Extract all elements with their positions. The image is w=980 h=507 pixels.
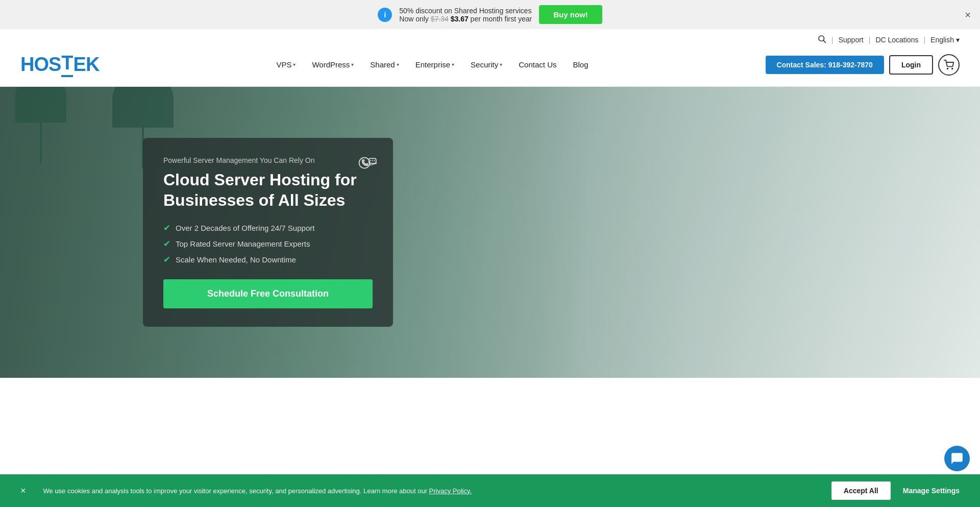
info-icon: i [378, 8, 392, 22]
svg-line-1 [823, 40, 825, 42]
nav-item-contact-us[interactable]: Contact Us [511, 56, 564, 73]
nav-item-enterprise[interactable]: Enterprise ▾ [408, 56, 461, 73]
dc-locations-link[interactable]: DC Locations [875, 36, 918, 44]
svg-point-8 [374, 160, 375, 161]
language-selector[interactable]: English ▾ [930, 36, 960, 44]
buy-now-button[interactable]: Buy now! [539, 5, 602, 24]
language-caret-icon: ▾ [956, 36, 960, 44]
shared-caret-icon: ▾ [397, 62, 399, 67]
check-icon-1: ✔ [163, 223, 170, 233]
navbar: HOSTEK VPS ▾ WordPress ▾ Shared ▾ Enterp… [0, 47, 980, 87]
nav-links: VPS ▾ WordPress ▾ Shared ▾ Enterprise ▾ … [269, 56, 595, 73]
nav-blog-label: Blog [573, 60, 588, 69]
logo-part-2: EK [74, 54, 100, 76]
svg-point-7 [372, 160, 373, 161]
nav-wordpress-label: WordPress [312, 60, 350, 69]
enterprise-caret-icon: ▾ [452, 62, 454, 67]
hero-card: Powerful Server Management You Can Rely … [143, 138, 393, 327]
nav-item-blog[interactable]: Blog [566, 56, 595, 73]
svg-point-3 [952, 68, 953, 69]
vps-caret-icon: ▾ [293, 62, 296, 67]
banner-text: 50% discount on Shared Hosting services … [399, 7, 532, 23]
security-caret-icon: ▾ [500, 62, 502, 67]
nav-shared-label: Shared [370, 60, 395, 69]
nav-item-vps[interactable]: VPS ▾ [269, 56, 303, 73]
feature-3-text: Scale When Needed, No Downtime [176, 255, 296, 264]
nav-contact-label: Contact Us [519, 60, 556, 69]
login-button[interactable]: Login [889, 55, 933, 75]
svg-point-6 [370, 160, 371, 161]
logo-t: T [61, 52, 72, 77]
svg-point-2 [947, 68, 948, 69]
utility-bar: | Support | DC Locations | English ▾ [0, 29, 980, 47]
cart-button[interactable] [938, 54, 960, 76]
top-banner: i 50% discount on Shared Hosting service… [0, 0, 980, 29]
hero-feature-3: ✔ Scale When Needed, No Downtime [163, 254, 373, 265]
hero-features-list: ✔ Over 2 Decades of Offering 24/7 Suppor… [163, 223, 373, 265]
discount-text: 50% discount on Shared Hosting services [399, 7, 531, 15]
hero-title: Cloud Server Hosting for Businesses of A… [163, 170, 373, 210]
old-price: $7.34 [431, 15, 449, 23]
check-icon-2: ✔ [163, 238, 170, 249]
support-link[interactable]: Support [839, 36, 864, 44]
new-price: $3.67 [451, 15, 469, 23]
logo[interactable]: HOSTEK [20, 52, 99, 77]
hero-section: Powerful Server Management You Can Rely … [0, 87, 980, 378]
nav-item-wordpress[interactable]: WordPress ▾ [305, 56, 361, 73]
logo-part-1: HOS [20, 54, 61, 76]
nav-item-shared[interactable]: Shared ▾ [363, 56, 406, 73]
language-label: English [930, 36, 954, 44]
hero-feature-2: ✔ Top Rated Server Management Experts [163, 238, 373, 249]
separator-3: | [923, 36, 925, 44]
wordpress-caret-icon: ▾ [351, 62, 354, 67]
nav-enterprise-label: Enterprise [415, 60, 450, 69]
feature-2-text: Top Rated Server Management Experts [176, 239, 310, 248]
price-suffix: per month first year [471, 15, 532, 23]
check-icon-3: ✔ [163, 254, 170, 265]
hero-feature-1: ✔ Over 2 Decades of Offering 24/7 Suppor… [163, 223, 373, 233]
contact-sales-button[interactable]: Contact Sales: 918-392-7870 [766, 56, 884, 74]
nav-vps-label: VPS [276, 60, 291, 69]
price-prefix: Now only [399, 15, 430, 23]
phone-chat-icon [357, 152, 379, 177]
nav-actions: Contact Sales: 918-392-7870 Login [766, 54, 960, 76]
schedule-consultation-button[interactable]: Schedule Free Consultation [163, 279, 373, 308]
logo-text: HOSTEK [20, 52, 99, 77]
separator-2: | [869, 36, 871, 44]
nav-security-label: Security [471, 60, 498, 69]
lamp-1 [10, 87, 71, 174]
hero-subtitle: Powerful Server Management You Can Rely … [163, 156, 373, 164]
nav-item-security[interactable]: Security ▾ [463, 56, 509, 73]
close-banner-button[interactable]: × [965, 9, 971, 20]
search-icon[interactable] [817, 34, 826, 45]
separator-1: | [831, 36, 834, 44]
feature-1-text: Over 2 Decades of Offering 24/7 Support [176, 224, 314, 232]
